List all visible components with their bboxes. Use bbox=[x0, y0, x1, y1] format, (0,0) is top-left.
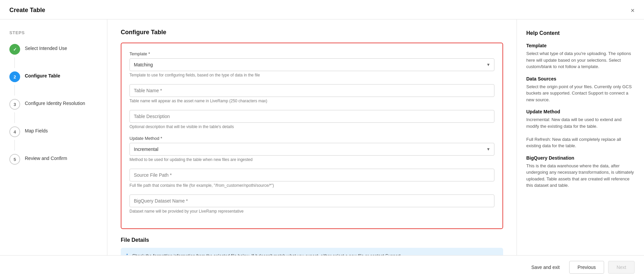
steps-heading: Steps bbox=[9, 30, 98, 35]
step-connector-1 bbox=[14, 57, 15, 68]
step-circle-2: 2 bbox=[9, 71, 20, 82]
source-file-path-hint: Full file path that contains the file (f… bbox=[129, 183, 494, 188]
info-icon: ℹ bbox=[126, 253, 128, 255]
help-section-update-method: Update Method Incremental: New data will… bbox=[526, 109, 635, 149]
step-circle-5: 5 bbox=[9, 154, 20, 165]
modal-header: Create Table × bbox=[0, 0, 644, 19]
step-number-3: 3 bbox=[13, 102, 16, 107]
step-label-4: Map Fields bbox=[25, 126, 48, 134]
step-item-4: 4 Map Fields bbox=[9, 126, 98, 137]
modal-footer: Save and exit Previous Next bbox=[0, 255, 644, 279]
table-description-input[interactable] bbox=[129, 110, 494, 123]
step-circle-3: 3 bbox=[9, 99, 20, 110]
table-name-hint: Table name will appear as the asset name… bbox=[129, 99, 494, 103]
create-table-modal: Create Table × Steps ✓ Select Intended U… bbox=[0, 0, 644, 279]
help-section-data-sources: Data Sources Select the origin point of … bbox=[526, 76, 635, 103]
step-item-3: 3 Configure Identity Resolution bbox=[9, 98, 98, 110]
bigquery-dataset-input[interactable] bbox=[129, 194, 494, 207]
bigquery-dataset-field: Dataset name will be provided by your Li… bbox=[129, 194, 494, 214]
step-connector-2 bbox=[14, 85, 15, 96]
checkmark-icon: ✓ bbox=[13, 47, 17, 52]
table-name-field: Table name will appear as the asset name… bbox=[129, 84, 494, 103]
source-file-path-input[interactable] bbox=[129, 169, 494, 181]
previous-button[interactable]: Previous bbox=[569, 261, 604, 274]
steps-list: ✓ Select Intended Use 2 Configure Table bbox=[9, 43, 98, 167]
source-file-path-field: Full file path that contains the file (f… bbox=[129, 169, 494, 188]
step-label-2: Configure Table bbox=[25, 71, 60, 79]
help-section-text-bigquery: This is the data warehouse where the dat… bbox=[526, 163, 635, 189]
table-description-hint: Optional description that will be visibl… bbox=[129, 124, 494, 129]
template-select[interactable]: Matching Custom/Blank bbox=[129, 58, 494, 71]
save-exit-button[interactable]: Save and exit bbox=[526, 261, 565, 273]
next-button[interactable]: Next bbox=[608, 261, 635, 274]
info-banner: ℹ Check the formatting information from … bbox=[121, 248, 503, 255]
modal-body: Steps ✓ Select Intended Use 2 Configure … bbox=[0, 19, 644, 255]
bigquery-dataset-hint: Dataset name will be provided by your Li… bbox=[129, 209, 494, 214]
configure-table-form: Template * Matching Custom/Blank ▼ Templ… bbox=[121, 43, 503, 229]
help-section-title-bigquery: BigQuery Destination bbox=[526, 155, 635, 161]
update-method-label: Update Method * bbox=[129, 136, 494, 141]
help-section-title-data-sources: Data Sources bbox=[526, 76, 635, 81]
steps-panel: Steps ✓ Select Intended Use 2 Configure … bbox=[0, 19, 107, 255]
help-panel: Help Content Template Select what type o… bbox=[517, 19, 644, 255]
step-item-1: ✓ Select Intended Use bbox=[9, 43, 98, 55]
help-title: Help Content bbox=[526, 30, 635, 36]
table-description-field: Optional description that will be visibl… bbox=[129, 110, 494, 129]
info-banner-text: Check the formatting information from th… bbox=[132, 253, 402, 255]
help-section-title-update-method: Update Method bbox=[526, 109, 635, 114]
step-label-1: Select Intended Use bbox=[25, 43, 67, 52]
template-hint: Template to use for configuring fields, … bbox=[129, 73, 494, 77]
template-label: Template * bbox=[129, 51, 494, 56]
step-number-5: 5 bbox=[13, 157, 16, 162]
step-number-4: 4 bbox=[13, 129, 16, 134]
step-circle-1: ✓ bbox=[9, 44, 20, 55]
update-method-select[interactable]: Incremental Full Refresh bbox=[129, 143, 494, 156]
step-label-3: Configure Identity Resolution bbox=[25, 98, 85, 107]
update-method-hint: Method to be used for updating the table… bbox=[129, 157, 494, 162]
step-connector-4 bbox=[14, 140, 15, 151]
file-details-title: File Details bbox=[121, 237, 503, 243]
step-number-2: 2 bbox=[13, 74, 16, 79]
update-method-select-wrapper: Incremental Full Refresh ▼ bbox=[129, 143, 494, 156]
table-name-input[interactable] bbox=[129, 84, 494, 97]
help-section-text-template: Select what type of data you're uploadin… bbox=[526, 50, 635, 70]
help-section-template: Template Select what type of data you're… bbox=[526, 43, 635, 70]
help-section-title-template: Template bbox=[526, 43, 635, 48]
step-item-2: 2 Configure Table bbox=[9, 71, 98, 82]
step-connector-3 bbox=[14, 112, 15, 123]
step-circle-4: 4 bbox=[9, 126, 20, 137]
template-select-wrapper: Matching Custom/Blank ▼ bbox=[129, 58, 494, 71]
update-method-field: Update Method * Incremental Full Refresh… bbox=[129, 136, 494, 162]
template-field: Template * Matching Custom/Blank ▼ Templ… bbox=[129, 51, 494, 77]
step-label-5: Review and Confirm bbox=[25, 153, 67, 162]
help-section-bigquery: BigQuery Destination This is the data wa… bbox=[526, 155, 635, 189]
main-content: Configure Table Template * Matching Cust… bbox=[107, 19, 517, 255]
help-section-text-data-sources: Select the origin point of your files. C… bbox=[526, 83, 635, 103]
help-section-text-update-method: Incremental: New data will be used to ex… bbox=[526, 116, 635, 149]
modal-title: Create Table bbox=[9, 7, 45, 14]
close-button[interactable]: × bbox=[631, 7, 635, 14]
step-item-5: 5 Review and Confirm bbox=[9, 153, 98, 165]
configure-table-title: Configure Table bbox=[121, 29, 503, 36]
